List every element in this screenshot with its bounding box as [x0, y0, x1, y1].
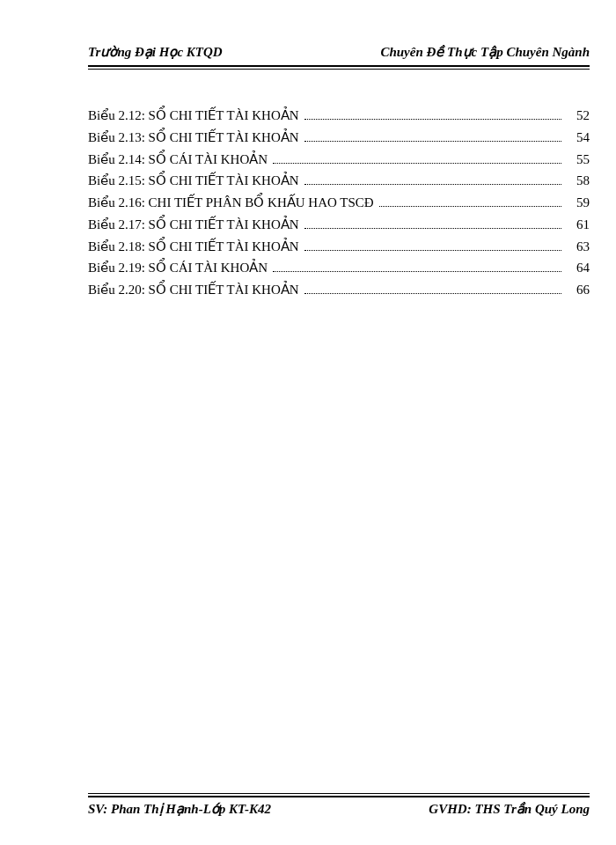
toc-leader-dots [304, 239, 561, 251]
toc-entry: Biểu 2.15: SỔ CHI TIẾT TÀI KHOẢN58 [88, 170, 590, 192]
page-footer: SV: Phan Thị Hạnh-Lớp KT-K42 GVHD: THS T… [88, 797, 590, 817]
toc-leader-dots [304, 173, 561, 186]
toc-entry: Biểu 2.13: SỔ CHI TIẾT TÀI KHOẢN54 [88, 127, 590, 149]
toc-leader-dots [304, 217, 561, 229]
toc-entry-label: Biểu 2.15: SỔ CHI TIẾT TÀI KHOẢN [88, 170, 299, 192]
toc-leader-dots [304, 129, 561, 142]
toc-entry-label: Biểu 2.13: SỔ CHI TIẾT TÀI KHOẢN [88, 127, 299, 149]
toc-entry: Biểu 2.14: SỔ CÁI TÀI KHOẢN55 [88, 149, 590, 171]
toc-entry-page: 55 [565, 149, 590, 171]
toc-entry-label: Biểu 2.19: SỔ CÁI TÀI KHOẢN [88, 257, 268, 279]
toc-leader-dots [304, 108, 561, 121]
toc-entry: Biểu 2.19: SỔ CÁI TÀI KHOẢN64 [88, 257, 590, 279]
footer-right: GVHD: THS Trần Quý Long [429, 801, 590, 817]
header-rule-thick [88, 65, 590, 67]
toc-entry-label: Biểu 2.18: SỔ CHI TIẾT TÀI KHOẢN [88, 236, 299, 258]
toc-entry-page: 61 [565, 214, 590, 236]
toc-leader-dots [273, 261, 561, 273]
header-right: Chuyên Đề Thực Tập Chuyên Ngành [380, 44, 590, 60]
toc-entry-label: Biểu 2.16: CHI TIẾT PHÂN BỔ KHẤU HAO TSC… [88, 192, 374, 214]
toc-entry-page: 52 [565, 105, 590, 127]
toc-entry-page: 59 [565, 192, 590, 214]
toc-entry-page: 63 [565, 236, 590, 258]
toc-entry-page: 64 [565, 257, 590, 279]
page-header: Trường Đại Học KTQD Chuyên Đề Thực Tập C… [88, 44, 590, 63]
toc-leader-dots [273, 151, 561, 164]
toc-entry: Biểu 2.12: SỔ CHI TIẾT TÀI KHOẢN52 [88, 105, 590, 127]
toc-entry-label: Biểu 2.12: SỔ CHI TIẾT TÀI KHOẢN [88, 105, 299, 127]
toc-entry: Biểu 2.18: SỔ CHI TIẾT TÀI KHOẢN63 [88, 236, 590, 258]
toc-entry-label: Biểu 2.17: SỔ CHI TIẾT TÀI KHOẢN [88, 214, 299, 236]
toc-entry-label: Biểu 2.14: SỔ CÁI TÀI KHOẢN [88, 149, 268, 171]
page-body: Trường Đại Học KTQD Chuyên Đề Thực Tập C… [88, 44, 590, 810]
table-of-contents: Biểu 2.12: SỔ CHI TIẾT TÀI KHOẢN52Biểu 2… [88, 105, 590, 301]
footer-left: SV: Phan Thị Hạnh-Lớp KT-K42 [88, 801, 271, 817]
toc-entry-page: 58 [565, 170, 590, 192]
footer-rule-thin [88, 793, 590, 794]
page-footer-wrap: SV: Phan Thị Hạnh-Lớp KT-K42 GVHD: THS T… [88, 791, 590, 817]
toc-entry-page: 54 [565, 127, 590, 149]
header-rule-thin [88, 69, 590, 70]
toc-entry-page: 66 [565, 279, 590, 301]
toc-leader-dots [379, 195, 561, 208]
toc-leader-dots [304, 283, 561, 295]
header-left: Trường Đại Học KTQD [88, 44, 223, 60]
toc-entry: Biểu 2.17: SỔ CHI TIẾT TÀI KHOẢN61 [88, 214, 590, 236]
toc-entry: Biểu 2.16: CHI TIẾT PHÂN BỔ KHẤU HAO TSC… [88, 192, 590, 214]
toc-entry-label: Biểu 2.20: SỔ CHI TIẾT TÀI KHOẢN [88, 279, 299, 301]
toc-entry: Biểu 2.20: SỔ CHI TIẾT TÀI KHOẢN66 [88, 279, 590, 301]
